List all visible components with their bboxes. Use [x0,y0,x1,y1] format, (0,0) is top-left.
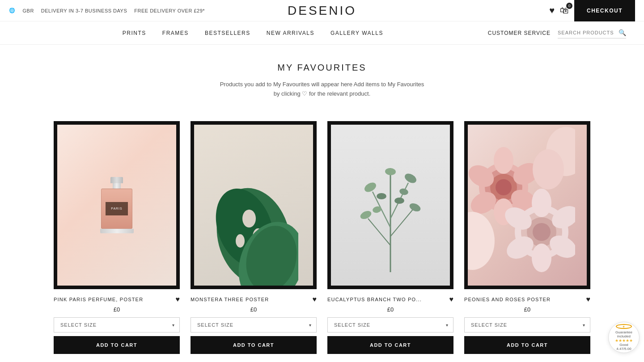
product-name-1: PINK PARIS PERFUME, POSTER [54,297,143,302]
perfume-neck [113,183,121,189]
globe-icon: 🌐 [9,8,16,13]
logo-wrapper: DESENIO [288,4,356,18]
product-image-1[interactable]: PARIS [54,121,180,289]
product-image-inner-3 [331,125,450,286]
perfume-body: PARIS [101,189,132,229]
top-bar: 🌐 GBR DELIVERY IN 3-7 BUSINESS DAYS FREE… [0,0,644,21]
product-image-3[interactable] [327,121,453,289]
size-select-wrapper-2: SELECT SIZE ▾ [191,317,317,333]
product-image-2[interactable] [191,121,317,289]
products-grid: PARIS PINK PARIS PERFUME, POSTER ♥ £0 SE… [54,121,590,354]
trust-guarantee-label: Guaranteeincluded [615,330,632,338]
svg-point-2 [242,210,256,227]
size-select-wrapper-4: SELECT SIZE ▾ [464,317,590,333]
trust-rating: 4.47/5.00 [616,347,631,351]
svg-point-15 [385,168,396,176]
product-price-3: £0 [327,306,453,313]
product-card-2: MONSTERA THREE POSTER ♥ £0 SELECT SIZE ▾… [191,121,317,354]
svg-point-13 [363,181,377,194]
svg-point-21 [399,187,409,196]
product-card-1: PARIS PINK PARIS PERFUME, POSTER ♥ £0 SE… [54,121,180,354]
svg-point-17 [408,202,422,213]
size-select-3[interactable]: SELECT SIZE [327,317,453,333]
perfume-base [100,229,134,233]
eucalyptus-illustration [331,125,450,286]
product-card-4: PEONIES AND ROSES POSTER ♥ £0 SELECT SIZ… [464,121,590,354]
monstera-illustration [194,125,313,286]
subtitle-line1: Products you add to My Favourites will a… [220,81,424,88]
product-info-3: EUCALYPTUS BRANCH TWO PO... ♥ [327,295,453,303]
eucalyptus-svg [355,138,426,281]
customer-service-link[interactable]: CUSTOMER SERVICE [488,30,551,36]
cart-wrapper[interactable]: 🛍 0 [560,5,569,16]
product-heart-4[interactable]: ♥ [586,295,591,303]
main-nav: PRINTS FRAMES BESTSELLERS NEW ARRIVALS G… [0,21,644,45]
page-content: MY FAVOURITES Products you add to My Fav… [0,45,644,362]
svg-line-11 [368,219,390,245]
product-price-1: £0 [54,306,180,313]
delivery-text: DELIVERY IN 3-7 BUSINESS DAYS [41,8,127,13]
svg-point-42 [468,212,495,270]
nav-frames[interactable]: FRAMES [162,30,189,36]
perfume-label-text: PARIS [111,207,123,210]
size-select-1[interactable]: SELECT SIZE [54,317,180,333]
svg-point-19 [394,198,404,204]
perfume-cap [110,177,123,183]
roses-svg [468,125,575,277]
svg-point-14 [403,172,418,185]
add-to-cart-3[interactable]: ADD TO CART [327,336,453,354]
nav-gallery-walls[interactable]: GALLERY WALLS [330,30,383,36]
free-delivery-text: FREE DELIVERY OVER £29* [134,8,205,13]
product-image-4[interactable] [464,121,590,289]
svg-point-16 [359,209,373,220]
product-image-inner-4 [468,125,587,286]
product-price-2: £0 [191,306,317,313]
product-heart-3[interactable]: ♥ [449,295,454,303]
add-to-cart-4[interactable]: ADD TO CART [464,336,590,354]
nav-right: CUSTOMER SERVICE 🔍 [488,27,626,38]
size-select-2[interactable]: SELECT SIZE [191,317,317,333]
perfume-illustration: PARIS [57,125,176,286]
add-to-cart-1[interactable]: ADD TO CART [54,336,180,354]
locale-label[interactable]: GBR [23,8,34,13]
product-info-1: PINK PARIS PERFUME, POSTER ♥ [54,295,180,303]
nav-prints[interactable]: PRINTS [123,30,146,36]
size-select-wrapper-1: SELECT SIZE ▾ [54,317,180,333]
search-input[interactable] [558,30,616,35]
svg-line-12 [390,210,413,236]
nav-bestsellers[interactable]: BESTSELLERS [205,30,250,36]
svg-point-35 [533,223,551,241]
search-box: 🔍 [558,27,626,38]
page-subtitle: Products you add to My Favourites will a… [9,80,635,99]
svg-point-18 [377,193,386,199]
monstera-leaf-svg [209,147,298,286]
svg-point-44 [533,149,564,189]
product-info-2: MONSTERA THREE POSTER ♥ [191,295,317,303]
checkout-button[interactable]: CHECKOUT [574,0,635,21]
product-name-2: MONSTERA THREE POSTER [191,297,269,302]
size-select-4[interactable]: SELECT SIZE [464,317,590,333]
svg-point-4 [236,234,245,248]
perfume-bottle: PARIS [100,177,134,233]
product-image-inner-1: PARIS [57,125,176,286]
product-price-4: £0 [464,306,590,313]
product-name-3: EUCALYPTUS BRANCH TWO PO... [327,297,422,302]
cart-badge: 0 [566,3,572,9]
product-heart-2[interactable]: ♥ [313,295,317,303]
svg-point-39 [532,244,551,272]
add-to-cart-2[interactable]: ADD TO CART [191,336,317,354]
site-logo[interactable]: DESENIO [288,4,356,17]
perfume-label-box: PARIS [106,202,128,215]
trust-grade: Good [619,343,628,347]
svg-point-25 [496,179,512,195]
product-name-4: PEONIES AND ROSES POSTER [464,297,551,302]
search-icon[interactable]: 🔍 [619,29,626,36]
size-select-wrapper-3: SELECT SIZE ▾ [327,317,453,333]
product-heart-1[interactable]: ♥ [176,295,180,303]
nav-new-arrivals[interactable]: NEW ARRIVALS [267,30,314,36]
product-image-inner-2 [194,125,313,286]
top-bar-left: 🌐 GBR DELIVERY IN 3-7 BUSINESS DAYS FREE… [9,8,205,13]
nav-links: PRINTS FRAMES BESTSELLERS NEW ARRIVALS G… [18,30,488,36]
trustbadge[interactable]: e Guaranteeincluded ★★★★★ Good 4.47/5.00 [608,322,640,353]
wishlist-icon[interactable]: ♥ [549,5,555,16]
